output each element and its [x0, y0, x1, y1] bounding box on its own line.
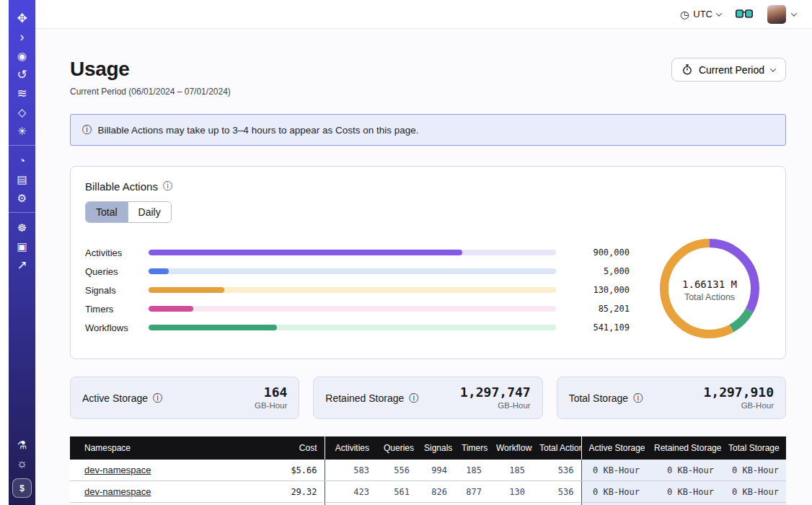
cost-cell: $3.35	[270, 503, 325, 505]
collapse-chevron-icon[interactable]: ›	[9, 27, 35, 46]
layers-icon[interactable]: ≋	[9, 84, 35, 102]
timers-cell: 877	[454, 481, 489, 503]
col-total-storage: Total Storage	[721, 436, 786, 460]
total-actions-label: Total Actions	[684, 292, 735, 302]
workflows-cell: 185	[489, 460, 532, 481]
chevron-down-icon	[716, 10, 722, 16]
total-storage-value: 1,297,910	[703, 385, 774, 400]
rocket-icon[interactable]: ↗	[9, 255, 35, 274]
activities-cell: 423	[325, 481, 376, 503]
activities-cell: 492	[325, 503, 376, 505]
workflows-cell: 130	[489, 481, 532, 503]
active-storage-card: Active Storage ⓘ 164 GB-Hour	[70, 377, 299, 419]
bar-value: 900,000	[568, 247, 630, 258]
table-row: dev-namespace $5.66 583 556 994 185 185 …	[70, 460, 786, 481]
bar-row-signals: Signals 130,000	[85, 281, 630, 299]
docs-terminal-icon[interactable]: ▣	[9, 237, 35, 255]
active-storage-cell: 0 KB-Hour	[581, 481, 647, 503]
signals-cell: 826	[417, 481, 454, 503]
total-actions-donut: 1.66131 M Total Actions	[656, 234, 764, 346]
col-cost: Cost	[270, 436, 325, 460]
account-menu[interactable]	[767, 5, 796, 24]
support-lifebuoy-icon[interactable]: ☸	[9, 218, 35, 237]
total-actions-cell: 536	[532, 481, 581, 503]
namespace-link[interactable]: dev-namespace	[84, 486, 151, 497]
col-timers: Timers	[454, 436, 489, 460]
bar-label: Activities	[85, 247, 137, 258]
queries-cell: 556	[376, 460, 417, 481]
cube-icon[interactable]: ◇	[9, 102, 35, 121]
stopwatch-icon	[682, 64, 692, 75]
active-storage-cell: 0 KB-Hour	[581, 503, 647, 505]
namespace-usage-table: Namespace Cost Activities Queries Signal…	[70, 436, 786, 505]
col-namespace: Namespace	[70, 436, 270, 460]
usage-coin-icon[interactable]: $	[12, 478, 32, 498]
period-selector-button[interactable]: Current Period	[671, 58, 786, 82]
main-content: Usage Current Period (06/01/2024 – 07/01…	[35, 29, 812, 505]
retained-storage-label: Retained Storage	[325, 392, 404, 404]
info-banner-text: Billable Actions may take up to 3–4 hour…	[98, 125, 419, 136]
col-workflows: Workflows	[489, 436, 532, 460]
glasses-icon[interactable]	[736, 9, 753, 19]
tab-total[interactable]: Total	[86, 202, 128, 222]
namespace-link[interactable]: dev-namespace	[84, 465, 151, 475]
asterisk-icon[interactable]: ✳	[9, 121, 35, 140]
storage-unit: GB-Hour	[255, 401, 287, 410]
bar-fill	[149, 268, 169, 274]
current-period-subtitle: Current Period (06/01/2024 – 07/01/2024)	[70, 87, 231, 97]
signals-cell: 994	[417, 460, 454, 481]
bar-value: 5,000	[568, 266, 630, 276]
info-icon[interactable]: ⓘ	[153, 392, 163, 405]
activities-cell: 583	[325, 460, 376, 481]
bar-row-timers: Timers 85,201	[85, 299, 630, 318]
temporal-logo-icon[interactable]: ✥	[9, 9, 35, 27]
timers-cell: 816	[454, 503, 489, 505]
bar-fill	[149, 325, 277, 330]
bar-fill	[149, 250, 462, 255]
billable-actions-chart: Activities 900,000 Queries 5,000 Signals…	[85, 234, 771, 351]
bar-track	[149, 250, 556, 255]
gauge-icon[interactable]: ◔	[9, 151, 35, 170]
billing-card-icon[interactable]: ▤	[9, 170, 35, 188]
retained-storage-cell: 0 KB-Hour	[647, 481, 721, 503]
left-sidebar: ✥ › ◉ ↺ ≋ ◇ ✳ ◔ ▤ ⚙ ☸ ▣ ↗ ⚗ ☼ $	[9, 0, 35, 505]
sidebar-divider	[9, 145, 35, 146]
total-storage-cell: 0 KB-Hour	[721, 503, 786, 505]
workflows-cell: 600	[489, 503, 532, 505]
retained-storage-cell: 0 KB-Hour	[647, 460, 721, 481]
chevron-down-icon	[791, 10, 797, 16]
table-row: dev-namespace $3.35 492 536 883 816 600 …	[70, 503, 786, 505]
bar-track	[149, 268, 556, 274]
timezone-label: UTC	[693, 9, 712, 19]
period-selector-label: Current Period	[699, 64, 764, 76]
timezone-dropdown[interactable]: ◷ UTC	[680, 9, 721, 20]
total-storage-cell: 0 KB-Hour	[721, 481, 786, 503]
total-actions-cell: 130	[532, 503, 581, 505]
theme-sun-icon[interactable]: ☼	[9, 454, 35, 473]
table-header-row: Namespace Cost Activities Queries Signal…	[70, 436, 786, 460]
lab-flask-icon[interactable]: ⚗	[9, 435, 35, 454]
page-title: Usage	[70, 58, 231, 81]
info-icon[interactable]: ⓘ	[633, 392, 643, 405]
swirl-icon[interactable]: ◉	[9, 46, 35, 65]
total-daily-tab-group: Total Daily	[85, 201, 172, 223]
col-active-storage: Active Storage	[581, 436, 647, 460]
info-icon[interactable]: ⓘ	[409, 392, 419, 405]
storage-unit: GB-Hour	[460, 401, 531, 410]
total-actions-cell: 536	[532, 460, 581, 481]
bar-label: Queries	[85, 266, 137, 277]
table-row: dev-namespace 29.32 423 561 826 877 130 …	[70, 481, 786, 503]
bar-label: Timers	[85, 304, 137, 315]
col-retained-storage: Retained Storage	[647, 436, 721, 460]
settings-gear-icon[interactable]: ⚙	[9, 188, 35, 207]
clock-icon: ◷	[680, 9, 689, 20]
storage-summary-row: Active Storage ⓘ 164 GB-Hour Retained St…	[70, 377, 786, 419]
col-signals: Signals	[417, 436, 454, 460]
user-avatar[interactable]	[767, 5, 786, 24]
bar-fill	[149, 306, 193, 312]
info-banner: ⓘ Billable Actions may take up to 3–4 ho…	[70, 114, 786, 146]
tab-daily[interactable]: Daily	[128, 202, 171, 222]
info-icon[interactable]: ⓘ	[163, 180, 173, 193]
history-clock-icon[interactable]: ↺	[9, 65, 35, 84]
storage-unit: GB-Hour	[703, 401, 774, 410]
